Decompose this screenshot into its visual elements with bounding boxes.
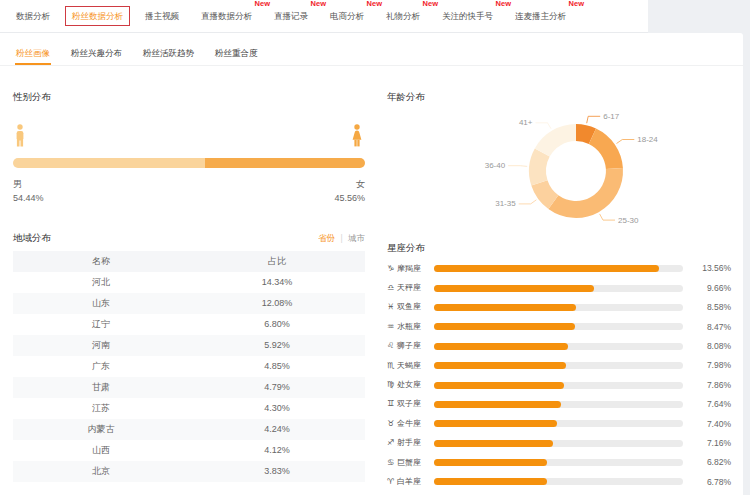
male-stat: 男 54.44% [13, 177, 44, 206]
constellation-bar-fill [434, 362, 566, 369]
zodiac-icon-6: ♏ [387, 362, 397, 370]
zodiac-icon-12: ♈ [387, 478, 397, 486]
top-tab-label: 连麦播主分析 [515, 11, 566, 21]
zodiac-icon-11: ♋ [387, 459, 397, 467]
sub-tab-2[interactable]: 粉丝兴趣分布 [70, 40, 123, 66]
constellation-bar-track [434, 362, 683, 369]
page: 数据分析粉丝数据分析播主视频直播数据分析New直播记录New电商分析New礼物分… [0, 0, 750, 495]
region-name-cell: 内蒙古 [13, 419, 189, 440]
region-column-header: 占比 [189, 251, 365, 272]
top-tab-label: 礼物分析 [386, 11, 420, 21]
toggle-city[interactable]: 城市 [348, 233, 365, 243]
constellation-bar-fill [434, 382, 564, 389]
constellation-name: 摩羯座 [397, 265, 434, 273]
region-table-row: 内蒙古4.24% [13, 419, 365, 440]
age-label-leader-line [519, 199, 537, 203]
top-tab-2[interactable]: 粉丝数据分析 [65, 6, 130, 27]
age-slice-label: 6-17 [603, 111, 620, 120]
toggle-divider: | [340, 233, 342, 243]
age-slice-label: 41+ [519, 118, 533, 127]
female-icon [351, 124, 363, 151]
constellation-row: ♒水瓶座8.47% [387, 317, 731, 336]
age-slice-41+ [535, 124, 576, 157]
age-label-leader-line [617, 139, 635, 143]
constellation-percentage: 8.58% [693, 303, 731, 312]
region-table-row: 辽宁6.80% [13, 314, 365, 335]
gender-labels-row: 男 54.44% 女 45.56% [13, 177, 365, 206]
gender-ratio-bar [13, 158, 365, 168]
region-column-header: 名称 [13, 251, 189, 272]
left-column: 性别分布 [13, 66, 365, 492]
constellation-name: 处女座 [397, 381, 434, 389]
region-pct-cell: 14.34% [189, 272, 365, 293]
region-table-row: 河北14.34% [13, 272, 365, 293]
zodiac-icon-9: ♉ [387, 420, 397, 428]
region-table-row: 河南5.92% [13, 335, 365, 356]
constellation-row: ♐射手座7.16% [387, 434, 731, 453]
constellation-bar-track [434, 343, 683, 350]
constellation-row: ♉金牛座7.40% [387, 414, 731, 433]
age-slice-25-30 [548, 168, 623, 218]
region-section: 地域分布 省份 | 城市 名称占比 河北14.34%山东12.08%辽宁6.80… [13, 233, 365, 482]
top-tab-label: 电商分析 [330, 11, 364, 21]
female-percentage: 45.56% [334, 191, 365, 205]
constellation-percentage: 7.98% [693, 361, 731, 370]
top-tab-1[interactable]: 数据分析 [9, 6, 57, 27]
constellation-bar-track [434, 459, 683, 466]
top-tab-6[interactable]: 电商分析New [323, 6, 371, 27]
constellation-row: ♋巨蟹座6.82% [387, 453, 731, 472]
top-tab-label: 粉丝数据分析 [72, 11, 123, 21]
constellation-bar-fill [434, 304, 576, 311]
age-slice-label: 31-35 [495, 199, 516, 208]
top-tab-3[interactable]: 播主视频 [138, 6, 186, 27]
region-name-cell: 北京 [13, 461, 189, 482]
zodiac-icon-4: ♒ [387, 323, 397, 331]
region-name-cell: 河南 [13, 335, 189, 356]
constellation-name: 双子座 [397, 400, 434, 408]
constellation-bar-fill [434, 401, 561, 408]
constellation-bar-track [434, 304, 683, 311]
age-slice-label: 36-40 [485, 161, 506, 170]
region-pct-cell: 3.83% [189, 461, 365, 482]
age-section: 年龄分布 6-1718-2425-3031-3536-4041+ [387, 92, 731, 237]
constellation-bar-track [434, 401, 683, 408]
age-slice-label: 18-24 [637, 135, 658, 144]
male-percentage: 54.44% [13, 191, 44, 205]
region-table-row: 山东12.08% [13, 293, 365, 314]
top-tab-7[interactable]: 礼物分析New [379, 6, 427, 27]
gender-bar-female-segment [205, 158, 365, 168]
top-tab-4[interactable]: 直播数据分析New [194, 6, 259, 27]
constellation-bar-fill [434, 265, 659, 272]
region-table-row: 北京3.83% [13, 461, 365, 482]
sub-tab-1[interactable]: 粉丝画像 [15, 40, 51, 66]
region-name-cell: 辽宁 [13, 314, 189, 335]
age-donut-chart: 6-1718-2425-3031-3536-4041+ [387, 105, 731, 237]
main-card: 粉丝画像粉丝兴趣分布粉丝活跃趋势粉丝重合度 性别分布 [0, 33, 743, 495]
top-tab-label: 播主视频 [145, 11, 179, 21]
region-pct-cell: 6.80% [189, 314, 365, 335]
constellation-bar-chart: ♑摩羯座13.56%♎天秤座9.66%♓双鱼座8.58%♒水瓶座8.47%♌狮子… [387, 259, 731, 492]
top-tab-9[interactable]: 连麦播主分析New [508, 6, 573, 27]
sub-tab-4[interactable]: 粉丝重合度 [214, 40, 259, 66]
age-slice-label: 25-30 [618, 215, 639, 224]
constellation-row: ♓双鱼座8.58% [387, 298, 731, 317]
constellation-name: 天秤座 [397, 284, 434, 292]
female-stat: 女 45.56% [334, 177, 365, 206]
constellation-percentage: 7.86% [693, 381, 731, 390]
top-tab-5[interactable]: 直播记录New [267, 6, 315, 27]
region-name-cell: 河北 [13, 272, 189, 293]
zodiac-icon-3: ♓ [387, 303, 397, 311]
constellation-name: 双鱼座 [397, 303, 434, 311]
zodiac-icon-10: ♐ [387, 439, 397, 447]
constellation-row: ♏天蝎座7.98% [387, 356, 731, 375]
toggle-province[interactable]: 省份 [318, 233, 335, 243]
sub-nav: 粉丝画像粉丝兴趣分布粉丝活跃趋势粉丝重合度 [0, 33, 743, 66]
top-tab-8[interactable]: 关注的快手号New [435, 6, 500, 27]
top-nav: 数据分析粉丝数据分析播主视频直播数据分析New直播记录New电商分析New礼物分… [0, 0, 648, 33]
constellation-name: 巨蟹座 [397, 459, 434, 467]
region-pct-cell: 4.85% [189, 356, 365, 377]
constellation-row: ♌狮子座8.08% [387, 337, 731, 356]
constellation-bar-fill [434, 285, 594, 292]
constellation-row: ♈白羊座6.78% [387, 472, 731, 491]
sub-tab-3[interactable]: 粉丝活跃趋势 [142, 40, 195, 66]
